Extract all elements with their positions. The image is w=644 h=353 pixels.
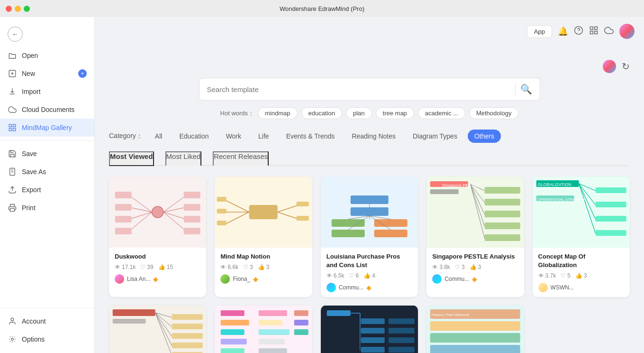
- tab-recent[interactable]: Recent Releases: [213, 151, 269, 166]
- maximize-button[interactable]: [24, 6, 30, 12]
- svg-rect-113: [294, 310, 308, 316]
- card-stats-concept: 👁 3.7k ♡ 5 👍 3: [538, 272, 624, 279]
- svg-rect-90: [113, 309, 155, 316]
- export-icon: [8, 185, 17, 195]
- svg-rect-46: [217, 209, 227, 214]
- search-avatar[interactable]: [603, 60, 616, 73]
- svg-rect-3: [9, 124, 11, 127]
- user-avatar[interactable]: [619, 24, 635, 39]
- card-thumb-duskwood: [109, 176, 206, 248]
- back-arrow-btn[interactable]: ←: [8, 27, 23, 42]
- cat-reading-notes[interactable]: Reading Notes: [345, 130, 402, 143]
- cat-events[interactable]: Events & Trends: [280, 130, 342, 143]
- cloud-top-icon[interactable]: [604, 26, 614, 37]
- svg-rect-54: [331, 230, 364, 237]
- svg-rect-100: [172, 343, 203, 348]
- svg-rect-117: [327, 310, 350, 316]
- cat-education[interactable]: Education: [172, 130, 215, 143]
- hot-tag-academic[interactable]: academic ...: [418, 107, 465, 119]
- sidebar-item-new[interactable]: New +: [0, 65, 94, 83]
- app-button[interactable]: App: [527, 25, 552, 38]
- svg-rect-98: [172, 324, 203, 329]
- account-icon: [8, 316, 17, 326]
- cat-others[interactable]: Others: [468, 130, 501, 143]
- sidebar-item-options[interactable]: Options: [0, 330, 94, 348]
- svg-rect-107: [221, 348, 245, 353]
- verified-badge-louisiana: ◆: [366, 284, 372, 291]
- sidebar-item-save[interactable]: Save: [0, 145, 94, 163]
- new-plus-icon[interactable]: +: [78, 69, 87, 78]
- minimize-button[interactable]: [15, 6, 21, 12]
- sidebar-item-open-label: Open: [22, 52, 38, 59]
- card-louisiana[interactable]: Louisiana Purchase Pros and Cons List 👁 …: [321, 176, 418, 297]
- svg-rect-73: [485, 223, 520, 229]
- sidebar-item-saveas[interactable]: Save As: [0, 163, 94, 181]
- sidebar-item-cloud[interactable]: Cloud Documents: [0, 101, 94, 119]
- close-button[interactable]: [6, 6, 12, 12]
- svg-rect-133: [430, 321, 520, 331]
- sidebar-item-export[interactable]: Export: [0, 181, 94, 199]
- card-dark[interactable]: [321, 306, 418, 353]
- svg-rect-105: [221, 329, 245, 335]
- sidebar-item-gallery[interactable]: MindMap Gallery: [0, 119, 94, 137]
- card-thumb-notion: [215, 176, 312, 248]
- card-factors[interactable]: Factors That Influence Factors That Infl…: [426, 306, 524, 353]
- tabs-row: Most Viewed Most Liked Recent Releases: [109, 151, 630, 166]
- category-row: Category： All Education Work Life Events…: [109, 130, 630, 143]
- hot-tag-treemap[interactable]: tree map: [376, 107, 414, 119]
- svg-rect-32: [115, 216, 132, 223]
- saveas-icon: [8, 167, 17, 176]
- top-bar: App 🔔: [95, 17, 644, 46]
- card-concept[interactable]: GLOBALIZATION OPERATIONAL STRATEGY: [533, 176, 630, 297]
- hot-tag-methodology[interactable]: Methodology: [469, 107, 518, 119]
- sidebar-item-saveas-label: Save As: [22, 168, 46, 176]
- svg-rect-19: [595, 31, 598, 34]
- card-stats-louisiana: 👁 6.5k ♡ 6 👍 4: [327, 272, 412, 279]
- card-duskwood[interactable]: Duskwood 👁 17.1k ♡ 39 👍 15 Lisa An... ◆: [109, 176, 206, 297]
- card-pestle[interactable]: Singapore PESTLE Singapore PESTLE Analys…: [426, 176, 524, 297]
- tab-most-viewed[interactable]: Most Viewed: [109, 151, 154, 166]
- card-sa-pestle[interactable]: [109, 306, 206, 353]
- print-icon: [8, 203, 17, 213]
- cat-life[interactable]: Life: [252, 130, 276, 143]
- category-label: Category：: [109, 132, 143, 140]
- sidebar-item-print[interactable]: Print: [0, 199, 94, 217]
- svg-rect-55: [374, 219, 407, 227]
- cat-diagram[interactable]: Diagram Types: [406, 130, 464, 143]
- new-icon: [8, 69, 17, 78]
- svg-rect-48: [297, 202, 309, 206]
- hot-tag-plan[interactable]: plan: [346, 107, 372, 119]
- sidebar-item-open[interactable]: Open: [0, 46, 94, 65]
- cat-work[interactable]: Work: [219, 130, 248, 143]
- tab-most-liked[interactable]: Most Liked: [165, 151, 202, 166]
- content-area: App 🔔 ↻: [95, 17, 644, 353]
- sidebar-item-import[interactable]: Import: [0, 83, 94, 101]
- verified-badge-notion: ◆: [253, 275, 258, 283]
- search-icon[interactable]: 🔍: [520, 84, 532, 95]
- svg-rect-110: [259, 329, 290, 335]
- grid-icon[interactable]: [589, 26, 599, 37]
- svg-rect-109: [259, 320, 282, 325]
- back-button[interactable]: ←: [0, 22, 94, 46]
- card-colorful[interactable]: [215, 306, 312, 353]
- search-input[interactable]: [207, 85, 510, 93]
- card-title-concept: Concept Map Of Globalization: [538, 252, 624, 269]
- author-avatar-concept: [538, 283, 548, 292]
- help-icon[interactable]: [574, 26, 583, 37]
- cat-all[interactable]: All: [148, 130, 169, 143]
- card-thumb-factors: Factors That Influence: [426, 306, 524, 353]
- sidebar-item-export-label: Export: [22, 186, 41, 194]
- svg-rect-36: [184, 216, 200, 223]
- sidebar-item-account[interactable]: Account: [0, 312, 94, 330]
- card-stats-pestle: 👁 3.8k ♡ 3 👍 3: [432, 264, 518, 270]
- svg-rect-86: [595, 230, 626, 236]
- notification-icon[interactable]: 🔔: [558, 26, 568, 37]
- svg-rect-64: [430, 189, 459, 194]
- hot-tag-education[interactable]: education: [301, 107, 342, 119]
- svg-rect-34: [184, 192, 200, 198]
- card-notion[interactable]: Mind Map Notion 👁 6.6k ♡ 3 👍 3 Fiona_ ◆: [215, 176, 312, 297]
- svg-rect-128: [388, 328, 414, 334]
- svg-rect-47: [217, 221, 227, 225]
- hot-tag-mindmap[interactable]: mindmap: [258, 107, 297, 119]
- refresh-icon[interactable]: ↻: [622, 61, 630, 72]
